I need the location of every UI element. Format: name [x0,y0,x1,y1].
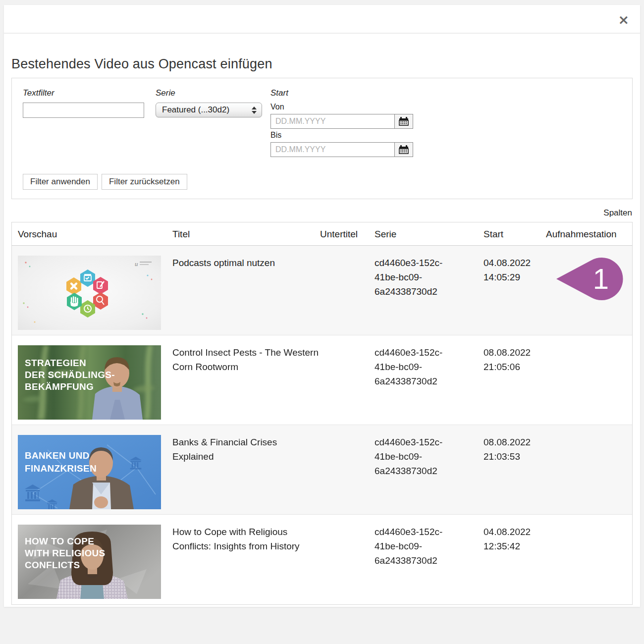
video-table: Vorschau Titel Untertitel Serie Start Au… [11,222,633,605]
serie-cell: cd4460e3-152c-41be-bc09-6a24338730d2 [375,256,483,330]
titel-cell: Podcasts optimal nutzen [172,256,320,330]
bis-datepicker-button[interactable] [394,142,413,157]
titel-cell: Banks & Financial Crises Explained [172,435,320,509]
svg-text:u: u [135,260,138,268]
table-row[interactable]: STRATEGIEN DER SCHÄDLINGS- BEKÄMPFUNG Co… [12,335,632,425]
columns-toggle[interactable]: Spalten [603,208,632,217]
svg-text:BANKEN UND: BANKEN UND [25,450,90,461]
svg-text:DER SCHÄDLINGS-: DER SCHÄDLINGS- [25,370,115,380]
aufnahmestation-cell [546,256,632,330]
video-thumbnail: STRATEGIEN DER SCHÄDLINGS- BEKÄMPFUNG [18,345,161,420]
column-header-untertitel: Untertitel [320,227,375,241]
aufnahmestation-cell [546,345,632,420]
start-cell: 04.08.2022 14:05:29 [483,256,546,330]
aufnahmestation-cell [546,525,632,599]
svg-text:HOW TO COPE: HOW TO COPE [25,536,94,546]
serie-cell: cd4460e3-152c-41be-bc09-6a24338730d2 [375,345,483,420]
filter-apply-button[interactable]: Filter anwenden [23,174,98,190]
column-header-aufnahmestation: Aufnahmestation [546,227,632,241]
svg-text:FINANZKRISEN: FINANZKRISEN [25,463,97,474]
bis-label: Bis [270,131,429,140]
titel-cell: How to Cope with Religious Conflicts: In… [172,525,320,599]
close-icon[interactable]: × [618,13,629,26]
von-datepicker-button[interactable] [394,114,413,129]
vorschau-cell: BANKEN UND FINANZKRISEN [18,435,172,509]
insert-opencast-video-modal: × Bestehendes Video aus Opencast einfüge… [4,5,640,607]
serie-select-value: Featured (...30d2) [162,105,252,115]
untertitel-cell [320,256,375,330]
textfilter-input[interactable] [23,103,144,118]
von-date-input[interactable] [270,114,394,129]
video-thumbnail: HOW TO COPE WITH RELIGIOUS CONFLICTS [18,525,161,599]
vorschau-cell: STRATEGIEN DER SCHÄDLINGS- BEKÄMPFUNG [18,345,172,420]
table-row[interactable]: u [12,246,632,335]
titel-cell: Control Insect Pests - The Western Corn … [172,345,320,420]
serie-cell: cd4460e3-152c-41be-bc09-6a24338730d2 [375,435,483,509]
vorschau-cell: HOW TO COPE WITH RELIGIOUS CONFLICTS [18,525,172,599]
calendar-icon [399,145,409,154]
video-thumbnail: u [18,256,161,330]
start-cell: 04.08.2022 12:35:42 [483,525,546,599]
column-header-titel: Titel [172,227,320,241]
serie-label: Serie [156,88,270,98]
modal-body: Bestehendes Video aus Opencast einfügen … [4,56,640,605]
table-row[interactable]: BANKEN UND FINANZKRISEN Banks & Financia… [12,425,632,515]
svg-text:CONFLICTS: CONFLICTS [25,560,80,570]
vorschau-cell: u [18,256,172,330]
textfilter-label: Textfilter [23,88,156,98]
table-row[interactable]: HOW TO COPE WITH RELIGIOUS CONFLICTS How… [12,515,632,604]
modal-header: × [4,5,640,34]
video-thumbnail: BANKEN UND FINANZKRISEN [18,435,161,509]
start-cell: 08.08.2022 21:03:53 [483,435,546,509]
svg-text:BEKÄMPFUNG: BEKÄMPFUNG [25,381,94,392]
svg-text:STRATEGIEN: STRATEGIEN [25,358,86,368]
von-label: Von [270,103,429,111]
table-header-row: Vorschau Titel Untertitel Serie Start Au… [12,222,632,246]
filter-panel: Textfilter Serie Featured (...30d2) Star… [11,78,633,199]
filter-reset-button[interactable]: Filter zurücksetzen [102,174,187,190]
column-header-start: Start [483,227,546,241]
untertitel-cell [320,345,375,420]
start-filter-label: Start [270,88,429,98]
select-spinner-arrows-icon [252,107,257,114]
bis-date-input[interactable] [270,142,394,157]
untertitel-cell [320,435,375,509]
svg-text:WITH RELIGIOUS: WITH RELIGIOUS [25,548,106,558]
serie-select[interactable]: Featured (...30d2) [156,103,262,117]
page-title: Bestehendes Video aus Opencast einfügen [11,56,633,72]
serie-cell: cd4460e3-152c-41be-bc09-6a24338730d2 [375,525,483,599]
column-header-vorschau: Vorschau [18,227,172,241]
column-header-serie: Serie [375,227,483,241]
untertitel-cell [320,525,375,599]
start-cell: 08.08.2022 21:05:06 [483,345,546,420]
aufnahmestation-cell [546,435,632,509]
calendar-icon [399,117,409,126]
